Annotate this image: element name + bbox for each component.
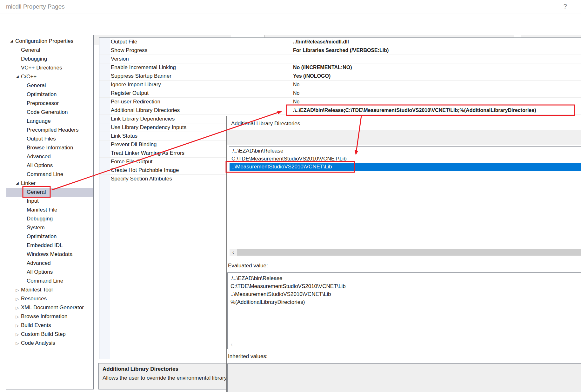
configuration-row: Configuration: Active(Release) ⌄ Platfor… xyxy=(0,14,581,35)
tree-item-input[interactable]: Input xyxy=(6,197,93,206)
tree-collapsed-icon[interactable]: ▷ xyxy=(15,297,20,301)
tree-item-c-c[interactable]: ◢C/C++ xyxy=(6,73,93,82)
tree-item-build-events[interactable]: ▷Build Events xyxy=(6,321,93,330)
tree-item-manifest-tool[interactable]: ▷Manifest Tool xyxy=(6,286,93,295)
configuration-tree: ◢Configuration PropertiesGeneralDebuggin… xyxy=(6,35,94,389)
tree-item-vc-directories[interactable]: VC++ Directories xyxy=(6,64,93,73)
directory-list-item[interactable]: .\..\EZAD\bin\Release xyxy=(230,147,581,155)
tree-item-general[interactable]: General xyxy=(6,82,93,90)
tree-item-label: C/C++ xyxy=(21,74,37,80)
property-row-ignore-import-library[interactable]: Ignore Import LibraryNo xyxy=(99,81,581,89)
tree-item-label: System xyxy=(27,225,45,231)
property-name: Version xyxy=(111,56,129,62)
tree-collapsed-icon[interactable]: ▷ xyxy=(15,323,20,328)
property-row-show-progress[interactable]: Show ProgressFor Libraries Searched (/VE… xyxy=(99,46,581,55)
tree-expanded-icon[interactable]: ◢ xyxy=(9,39,14,43)
tree-item-label: Manifest File xyxy=(27,207,57,213)
tree-item-xml-document-generator[interactable]: ▷XML Document Generator xyxy=(6,304,93,312)
property-row-enable-incremental-linking[interactable]: Enable Incremental LinkingNo (/INCREMENT… xyxy=(99,63,581,72)
property-value[interactable]: No xyxy=(293,90,299,96)
tree-item-command-line[interactable]: Command Line xyxy=(6,170,93,179)
tree-item-precompiled-headers[interactable]: Precompiled Headers xyxy=(6,126,93,135)
directory-list-item[interactable]: C:\TDE\MeasurementStudioVS2010\VCNET\Lib xyxy=(230,155,581,163)
scrollbar-thumb[interactable] xyxy=(237,249,581,256)
scroll-left-icon[interactable]: ‹ xyxy=(228,341,235,348)
tree-item-label: Debugging xyxy=(21,56,47,62)
property-value[interactable]: Yes (/NOLOGO) xyxy=(293,73,331,79)
tree-item-label: Windows Metadata xyxy=(27,251,73,258)
tree-item-optimization[interactable]: Optimization xyxy=(6,90,93,99)
directory-list-item-selected[interactable]: ..\MeasurementStudioVS2010\VCNET\Lib xyxy=(230,163,581,171)
tree-item-manifest-file[interactable]: Manifest File xyxy=(6,206,93,215)
property-value[interactable]: No xyxy=(293,82,299,88)
tree-item-label: Build Events xyxy=(21,322,51,329)
tree-collapsed-icon[interactable]: ▷ xyxy=(15,314,20,319)
directory-path: .\..\EZAD\bin\Release xyxy=(231,148,283,154)
directories-listbox[interactable]: .\..\EZAD\bin\ReleaseC:\TDE\MeasurementS… xyxy=(229,146,581,257)
tree-item-code-analysis[interactable]: ▷Code Analysis xyxy=(6,339,93,348)
tree-item-label: General xyxy=(27,189,46,195)
tree-item-optimization[interactable]: Optimization xyxy=(6,232,93,241)
property-value[interactable]: ..\bin\Release/micdll.dll xyxy=(293,39,349,45)
tree-item-windows-metadata[interactable]: Windows Metadata xyxy=(6,250,93,259)
listbox-hscrollbar[interactable]: ‹ xyxy=(230,249,581,256)
tree-item-general[interactable]: General xyxy=(6,46,93,55)
tree-item-language[interactable]: Language xyxy=(6,117,93,126)
tree-item-advanced[interactable]: Advanced xyxy=(6,259,93,268)
tree-item-label: Optimization xyxy=(27,91,57,98)
tree-item-resources[interactable]: ▷Resources xyxy=(6,295,93,304)
tree-collapsed-icon[interactable]: ▷ xyxy=(15,341,20,346)
inherited-values-label: Inherited values: xyxy=(228,353,268,360)
property-row-output-file[interactable]: Output File..\bin\Release/micdll.dll xyxy=(99,38,581,46)
tree-collapsed-icon[interactable]: ▷ xyxy=(15,332,20,337)
property-row-suppress-startup-banner[interactable]: Suppress Startup BannerYes (/NOLOGO) xyxy=(99,72,581,81)
scroll-left-icon[interactable]: ‹ xyxy=(230,249,237,256)
tree-item-all-options[interactable]: All Options xyxy=(6,268,93,277)
property-value[interactable]: No (/INCREMENTAL:NO) xyxy=(293,65,352,70)
tree-expanded-icon[interactable]: ◢ xyxy=(15,181,20,185)
tree-expanded-icon[interactable]: ◢ xyxy=(15,75,20,79)
tree-item-browse-information[interactable]: Browse Information xyxy=(6,144,93,153)
property-value[interactable]: For Libraries Searched (/VERBOSE:Lib) xyxy=(293,48,389,53)
tree-item-label: Command Line xyxy=(27,171,63,178)
property-name: Link Status xyxy=(111,133,137,139)
property-name: Use Library Dependency Inputs xyxy=(111,124,186,131)
tree-item-label: Code Analysis xyxy=(21,340,55,346)
tree-item-label: Embedded IDL xyxy=(27,242,63,249)
evaluated-line: ..\MeasurementStudioVS2010\VCNET\Lib xyxy=(230,291,331,299)
tree-item-configuration-properties[interactable]: ◢Configuration Properties xyxy=(6,37,93,46)
tree-item-all-options[interactable]: All Options xyxy=(6,161,93,170)
property-name: Specify Section Attributes xyxy=(111,176,172,182)
tree-item-debugging[interactable]: Debugging xyxy=(6,55,93,64)
help-icon[interactable]: ? xyxy=(561,3,570,10)
evaluated-hscrollbar[interactable]: ‹ xyxy=(228,341,581,348)
property-row-additional-library-directories[interactable]: Additional Library Directories.\..\EZAD\… xyxy=(99,106,581,115)
tree-collapsed-icon[interactable]: ▷ xyxy=(15,288,20,292)
property-value[interactable]: No xyxy=(293,99,299,105)
tree-item-command-line[interactable]: Command Line xyxy=(6,277,93,286)
evaluated-line: .\..\EZAD\bin\Release xyxy=(230,275,282,283)
tree-item-label: Debugging xyxy=(27,216,53,222)
tree-item-output-files[interactable]: Output Files xyxy=(6,135,93,144)
property-value[interactable]: .\..\EZAD\bin\Release;C:\TDE\Measurement… xyxy=(293,108,536,113)
tree-item-preprocessor[interactable]: Preprocessor xyxy=(6,99,93,108)
property-row-per-user-redirection[interactable]: Per-user RedirectionNo xyxy=(99,98,581,106)
directory-path: C:\TDE\MeasurementStudioVS2010\VCNET\Lib xyxy=(231,156,347,162)
property-row-version[interactable]: Version xyxy=(99,55,581,63)
tree-item-browse-information[interactable]: ▷Browse Information xyxy=(6,312,93,321)
tree-collapsed-icon[interactable]: ▷ xyxy=(15,305,20,310)
tree-item-code-generation[interactable]: Code Generation xyxy=(6,108,93,117)
evaluated-value-box[interactable]: .\..\EZAD\bin\ReleaseC:\TDE\MeasurementS… xyxy=(227,272,581,349)
tree-item-linker[interactable]: ◢Linker xyxy=(6,179,93,188)
property-row-register-output[interactable]: Register OutputNo xyxy=(99,89,581,98)
tree-item-general[interactable]: General xyxy=(6,188,93,197)
tree-item-advanced[interactable]: Advanced xyxy=(6,153,93,161)
tree-item-debugging[interactable]: Debugging xyxy=(6,215,93,224)
tree-item-label: Output Files xyxy=(27,136,56,142)
property-pages-dialog: micdll Property Pages ? Configuration: A… xyxy=(0,0,581,392)
property-name: Ignore Import Library xyxy=(111,82,161,88)
tree-item-embedded-idl[interactable]: Embedded IDL xyxy=(6,241,93,250)
tree-item-system[interactable]: System xyxy=(6,224,93,232)
tree-item-custom-build-step[interactable]: ▷Custom Build Step xyxy=(6,330,93,339)
inherited-values-box[interactable] xyxy=(227,363,581,392)
